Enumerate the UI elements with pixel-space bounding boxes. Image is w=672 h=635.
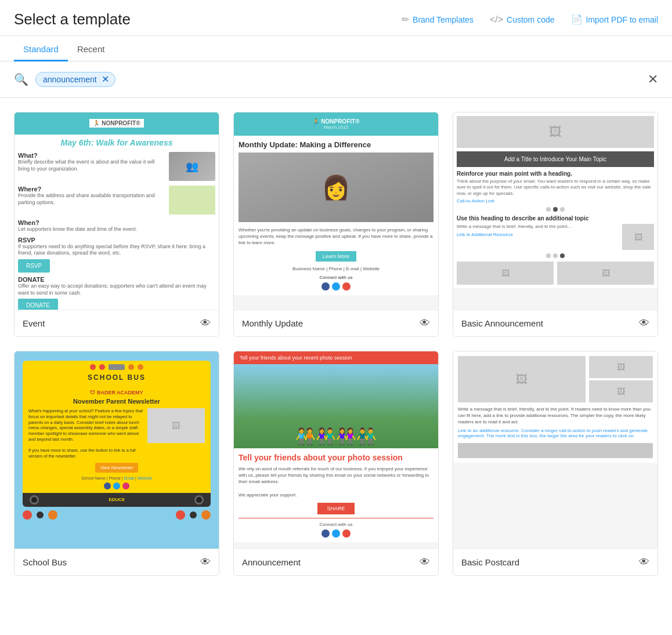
templates-grid: 🏃 NONPROFIT® May 6th: Walk for Awareness…	[0, 98, 672, 590]
tab-standard[interactable]: Standard	[14, 36, 68, 61]
brand-templates-button[interactable]: ✏ Brand Templates	[402, 14, 474, 25]
pencil-icon: ✏	[402, 14, 409, 25]
template-preview-basic-announcement: 🖼 Add a Title to Introduce Your Main Top…	[453, 113, 657, 310]
template-footer-monthly-update: Monthly Update 👁	[234, 310, 438, 336]
pdf-icon: 📄	[571, 14, 583, 25]
template-card-monthly-update[interactable]: 🏃 NONPROFIT® March 2015 Monthly Update: …	[233, 112, 439, 337]
template-card-announcement[interactable]: Tell your friends about your recent phot…	[233, 351, 439, 576]
search-icon: 🔍	[14, 72, 28, 86]
preview-eye-icon-announcement[interactable]: 👁	[420, 556, 430, 568]
template-card-event[interactable]: 🏃 NONPROFIT® May 6th: Walk for Awareness…	[14, 112, 219, 337]
search-clear-button[interactable]: ✕	[648, 72, 658, 87]
page-title: Select a template	[14, 10, 131, 28]
template-preview-event: 🏃 NONPROFIT® May 6th: Walk for Awareness…	[15, 113, 219, 310]
template-preview-school-bus: SCHOOL BUS 🛡 BADER ACADEMY November Pare…	[15, 351, 219, 549]
template-preview-monthly-update: 🏃 NONPROFIT® March 2015 Monthly Update: …	[234, 113, 438, 310]
template-card-basic-postcard[interactable]: 🖼 🖼 🖼 Write a message that is brief, fri…	[453, 351, 658, 576]
import-pdf-button[interactable]: 📄 Import PDF to email	[571, 14, 658, 25]
tab-recent[interactable]: Recent	[68, 36, 114, 61]
template-footer-basic-postcard: Basic Postcard 👁	[453, 549, 657, 575]
template-name-basic-postcard: Basic Postcard	[461, 557, 519, 567]
preview-eye-icon-basic-announcement[interactable]: 👁	[639, 317, 649, 329]
template-name-event: Event	[23, 318, 45, 328]
template-footer-event: Event 👁	[15, 310, 219, 336]
template-card-basic-announcement[interactable]: 🖼 Add a Title to Introduce Your Main Top…	[453, 112, 658, 337]
template-name-school-bus: School Bus	[23, 557, 67, 567]
search-tag: announcement ✕	[35, 72, 115, 87]
custom-code-button[interactable]: </> Custom code	[490, 14, 555, 25]
template-preview-basic-postcard: 🖼 🖼 🖼 Write a message that is brief, fri…	[453, 351, 657, 549]
template-name-monthly-update: Monthly Update	[242, 318, 303, 328]
template-footer-announcement: Announcement 👁	[234, 549, 438, 575]
tabs-row: Standard Recent	[0, 36, 672, 61]
template-footer-school-bus: School Bus 👁	[15, 549, 219, 575]
template-name-announcement: Announcement	[242, 557, 301, 567]
template-card-school-bus[interactable]: SCHOOL BUS 🛡 BADER ACADEMY November Pare…	[14, 351, 219, 576]
template-name-basic-announcement: Basic Announcement	[461, 318, 543, 328]
preview-eye-icon-monthly-update[interactable]: 👁	[420, 317, 430, 329]
template-preview-announcement: Tell your friends about your recent phot…	[234, 351, 438, 549]
page-header: Select a template ✏ Brand Templates </> …	[0, 0, 672, 36]
search-tag-close-button[interactable]: ✕	[102, 75, 109, 84]
search-tag-value: announcement	[43, 75, 97, 84]
header-actions: ✏ Brand Templates </> Custom code 📄 Impo…	[402, 14, 658, 25]
preview-eye-icon-school-bus[interactable]: 👁	[200, 556, 211, 568]
search-row: 🔍 announcement ✕ ✕	[0, 61, 672, 98]
code-icon: </>	[490, 14, 503, 25]
template-footer-basic-announcement: Basic Announcement 👁	[453, 310, 657, 336]
preview-eye-icon-basic-postcard[interactable]: 👁	[639, 556, 649, 568]
preview-eye-icon-event[interactable]: 👁	[200, 317, 211, 329]
